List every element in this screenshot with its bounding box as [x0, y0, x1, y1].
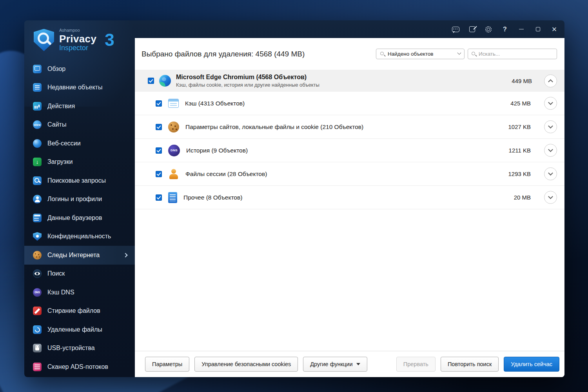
sidebar-item-web-sessions[interactable]: Веб-сессии: [24, 134, 135, 153]
shield-icon: [33, 232, 42, 241]
list-item-other[interactable]: Прочее (8 Объектов) 20 MB: [135, 186, 564, 209]
sidebar-item-file-wiping[interactable]: Стирание файлов: [24, 302, 135, 321]
row-label: История (9 Объектов): [186, 147, 248, 154]
maximize-icon: [536, 27, 540, 31]
collapse-button[interactable]: [544, 74, 557, 87]
row-checkbox[interactable]: [156, 147, 162, 154]
minimize-icon: [519, 29, 524, 29]
main-content: Выбрано файлов для удаления: 4568 (449 M…: [135, 38, 564, 377]
list-item-session-files[interactable]: Файлы сессии (28 Объектов) 1293 KB: [135, 162, 564, 186]
sidebar-item-label: Сайты: [47, 121, 66, 128]
sidebar-item-search-queries[interactable]: Поисковые запросы: [24, 171, 135, 190]
session-user-icon: [168, 169, 179, 180]
monitor-icon: [33, 65, 42, 73]
group-size: 449 MB: [512, 78, 532, 84]
found-objects-dropdown[interactable]: Найдено объектов: [376, 49, 465, 59]
activity-chart-icon: [33, 102, 42, 111]
sidebar-item-label: Обзор: [47, 65, 65, 73]
sidebar-item-actions[interactable]: Действия: [24, 97, 135, 116]
sidebar-item-ads-scanner[interactable]: Сканер ADS-потоков: [24, 358, 135, 376]
chevron-up-icon: [548, 79, 553, 84]
sidebar-item-downloads[interactable]: Загрузки: [24, 153, 135, 172]
sidebar-item-search[interactable]: Поиск: [24, 265, 135, 283]
caret-down-icon: [356, 363, 360, 365]
sidebar-item-logins-profiles[interactable]: Логины и профили: [24, 190, 135, 209]
notes-button[interactable]: [465, 23, 479, 36]
group-row-edge-chromium[interactable]: Microsoft Edge Chromium (4568 Объектов) …: [135, 70, 564, 92]
user-profile-icon: [33, 195, 42, 203]
list-item-history[interactable]: История (9 Объектов) 1211 KB: [135, 139, 564, 162]
chevron-down-icon: [457, 51, 461, 55]
expand-button[interactable]: [544, 144, 557, 157]
logo-vendor: Ashampoo: [59, 28, 96, 33]
download-arrow-icon: [33, 158, 42, 166]
row-label: Прочее (8 Объектов): [183, 194, 242, 201]
repeat-search-button[interactable]: Повторить поиск: [441, 357, 499, 372]
sidebar-item-deleted-files[interactable]: Удаленные файлы: [24, 320, 135, 339]
row-checkbox[interactable]: [156, 124, 162, 130]
magnifier-icon: [33, 176, 42, 185]
cookie-icon: [168, 122, 179, 132]
sidebar-item-label: Действия: [47, 103, 75, 110]
sidebar-item-label: Недавние объекты: [47, 84, 102, 91]
sidebar: Ashampoo Privacy Inspector 3 Обзор Недав…: [24, 20, 135, 377]
close-button[interactable]: [547, 23, 561, 36]
sidebar-item-label: Сканер ADS-потоков: [47, 363, 108, 370]
gear-icon: [485, 26, 492, 33]
sidebar-item-label: Поиск: [47, 270, 65, 277]
edge-browser-icon: [159, 75, 171, 87]
search-box: [468, 49, 557, 59]
cache-window-icon: [168, 99, 179, 108]
row-checkbox[interactable]: [156, 171, 162, 177]
recover-icon: [33, 325, 42, 334]
sidebar-item-label: Конфиденциальность: [47, 233, 111, 240]
search-input[interactable]: [479, 51, 554, 57]
sidebar-item-label: Логины и профили: [47, 196, 102, 203]
sidebar-item-recent-objects[interactable]: Недавние объекты: [24, 78, 135, 97]
feedback-button[interactable]: [448, 23, 463, 36]
row-checkbox[interactable]: [156, 194, 162, 201]
sidebar-item-overview[interactable]: Обзор: [24, 60, 135, 78]
list-item-site-settings-cookies[interactable]: Параметры сайтов, локальные файлы и cook…: [135, 115, 564, 139]
ads-scanner-icon: [33, 363, 42, 371]
sidebar-item-browser-data[interactable]: Данные браузеров: [24, 209, 135, 227]
app-logo: Ashampoo Privacy Inspector 3: [24, 20, 135, 60]
chevron-right-icon: [123, 253, 127, 257]
bottom-toolbar: Параметры Управление безопасными cookies…: [135, 351, 564, 377]
more-functions-button[interactable]: Другие функции: [303, 357, 367, 372]
group-text: Microsoft Edge Chromium (4568 Объектов) …: [176, 74, 319, 88]
group-checkbox[interactable]: [148, 78, 154, 84]
results-list: Microsoft Edge Chromium (4568 Объектов) …: [135, 70, 564, 209]
chevron-down-icon: [548, 100, 553, 105]
row-checkbox[interactable]: [156, 100, 162, 107]
expand-button[interactable]: [544, 191, 557, 204]
privacy-inspector-logo-icon: [34, 29, 54, 51]
sidebar-item-label: Данные браузеров: [47, 214, 102, 221]
expand-button[interactable]: [544, 97, 557, 110]
sidebar-item-dns-cache[interactable]: Кэш DNS: [24, 283, 135, 302]
expand-button[interactable]: [544, 120, 557, 133]
eye-icon: [33, 269, 42, 278]
expand-button[interactable]: [544, 167, 557, 180]
parameters-button[interactable]: Параметры: [145, 357, 189, 372]
notes-icon: [469, 26, 475, 32]
sidebar-nav: Обзор Недавние объекты Действия Сайты Ве…: [24, 60, 135, 376]
minimize-button[interactable]: [514, 23, 528, 36]
sidebar-item-usb-devices[interactable]: USB-устройства: [24, 339, 135, 358]
eraser-icon: [33, 307, 42, 315]
abort-button[interactable]: Прервать: [396, 357, 436, 372]
logo-text: Ashampoo Privacy Inspector: [59, 28, 96, 52]
settings-button[interactable]: [481, 23, 495, 36]
maximize-button[interactable]: [531, 23, 545, 36]
manage-safe-cookies-button[interactable]: Управление безопасными cookies: [194, 357, 298, 372]
row-label: Параметры сайтов, локальные файлы и cook…: [185, 123, 363, 131]
sidebar-item-sites[interactable]: Сайты: [24, 116, 135, 134]
delete-now-button[interactable]: Удалить сейчас: [504, 357, 559, 372]
logo-product: Privacy: [59, 34, 96, 44]
help-button[interactable]: [498, 23, 512, 36]
chevron-down-icon: [548, 194, 553, 199]
sidebar-item-privacy[interactable]: Конфиденциальность: [24, 227, 135, 246]
list-item-cache[interactable]: Кэш (4313 Объектов) 425 MB: [135, 92, 564, 115]
sidebar-item-label: Поисковые запросы: [47, 177, 106, 184]
sidebar-item-internet-traces[interactable]: Следы Интернета: [24, 246, 135, 265]
